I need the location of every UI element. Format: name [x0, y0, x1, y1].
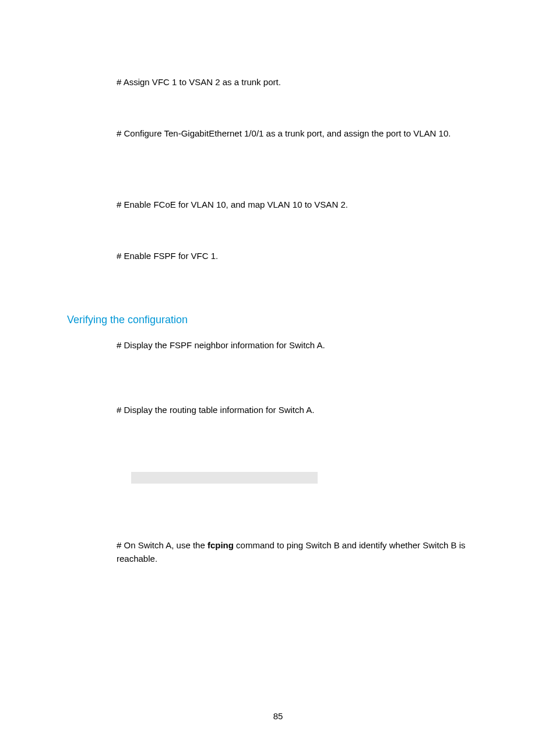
fcping-text-prefix: # On Switch A, use the [117, 540, 207, 550]
step-configure-interface: # Configure Ten-GigabitEthernet 1/0/1 as… [117, 127, 498, 141]
step-display-routing: # Display the routing table information … [117, 404, 498, 417]
step-assign-vfc: # Assign VFC 1 to VSAN 2 as a trunk port… [117, 76, 498, 89]
step-display-neighbor: # Display the FSPF neighbor information … [117, 339, 498, 352]
heading-verify-config: Verifying the configuration [67, 314, 498, 326]
table-header-bar [131, 472, 318, 484]
fcping-command: fcping [207, 540, 234, 550]
page-number: 85 [0, 711, 556, 721]
step-enable-fcoe: # Enable FCoE for VLAN 10, and map VLAN … [117, 198, 498, 212]
step-fcping: # On Switch A, use the fcping command to… [117, 539, 498, 565]
step-enable-fspf: # Enable FSPF for VFC 1. [117, 250, 498, 263]
